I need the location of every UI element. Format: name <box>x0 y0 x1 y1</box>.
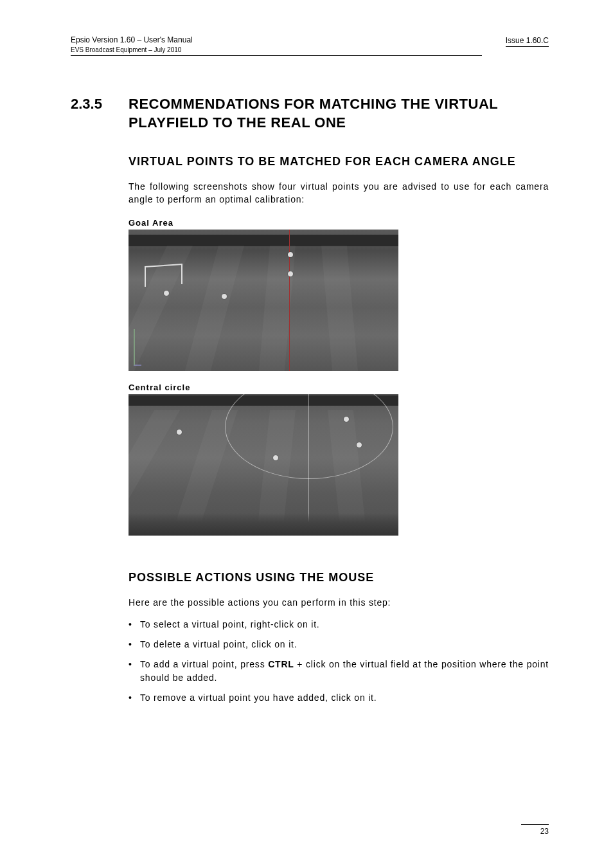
issue-label: Issue 1.60.C <box>506 35 549 47</box>
ad-board <box>129 235 398 246</box>
header-left: Epsio Version 1.60 – User's Manual EVS B… <box>71 35 482 56</box>
field-stripe <box>321 246 358 371</box>
field-stripe <box>129 246 193 371</box>
list-item-text: To remove a virtual point you have added… <box>140 692 377 703</box>
field-stripe <box>185 246 244 371</box>
virtual-point-marker <box>288 252 293 257</box>
section-heading: 2.3.5 RECOMMENDATIONS FOR MATCHING THE V… <box>71 95 549 132</box>
content-column: VIRTUAL POINTS TO BE MATCHED FOR EACH CA… <box>129 155 549 705</box>
section-title-line1: RECOMMENDATIONS FOR MATCHING THE VIRTUAL <box>129 96 498 112</box>
page: Epsio Version 1.60 – User's Manual EVS B… <box>0 0 613 868</box>
intro-paragraph-2: Here are the possible actions you can pe… <box>129 596 549 609</box>
section-title-line2: PLAYFIELD TO THE REAL ONE <box>129 114 346 131</box>
virtual-point-marker <box>177 429 182 435</box>
list-item: To add a virtual point, press CTRL + cli… <box>129 658 549 685</box>
virtual-point-marker <box>288 271 293 276</box>
subsection-title-virtual-points: VIRTUAL POINTS TO BE MATCHED FOR EACH CA… <box>129 155 549 168</box>
center-circle <box>225 394 393 479</box>
crowd-area <box>129 513 398 536</box>
subsection-title-mouse-actions: POSSIBLE ACTIONS USING THE MOUSE <box>129 571 549 584</box>
list-item: To remove a virtual point you have added… <box>129 691 549 705</box>
list-item-text: To select a virtual point, right-click o… <box>140 619 320 629</box>
list-item-text: To delete a virtual point, click on it. <box>140 639 297 649</box>
virtual-point-marker <box>222 294 227 299</box>
header-rule <box>71 55 482 56</box>
list-item-bold: CTRL <box>268 659 294 669</box>
virtual-point-marker <box>164 291 169 296</box>
section-title: RECOMMENDATIONS FOR MATCHING THE VIRTUAL… <box>129 95 549 132</box>
page-header: Epsio Version 1.60 – User's Manual EVS B… <box>71 35 549 56</box>
screenshot-central-circle <box>129 394 398 536</box>
manual-subtitle: EVS Broadcast Equipment – July 2010 <box>71 46 482 54</box>
virtual-point-marker <box>357 442 362 448</box>
field-stripe <box>259 246 296 371</box>
caption-goal-area: Goal Area <box>129 218 549 228</box>
virtual-point-marker <box>344 417 349 422</box>
vertical-guide <box>289 230 290 371</box>
caption-central-circle: Central circle <box>129 383 549 392</box>
actions-list: To select a virtual point, right-click o… <box>129 618 549 705</box>
intro-paragraph-1: The following screenshots show four virt… <box>129 180 549 206</box>
section-number: 2.3.5 <box>71 95 129 132</box>
list-item: To select a virtual point, right-click o… <box>129 618 549 631</box>
screenshot-goal-area <box>129 230 398 371</box>
list-item: To delete a virtual point, click on it. <box>129 638 549 651</box>
list-item-pre: To add a virtual point, press <box>140 659 268 669</box>
manual-title: Epsio Version 1.60 – User's Manual <box>71 35 482 46</box>
goal-post <box>145 263 182 286</box>
page-number: 23 <box>521 824 549 836</box>
virtual-point-marker <box>273 455 278 460</box>
